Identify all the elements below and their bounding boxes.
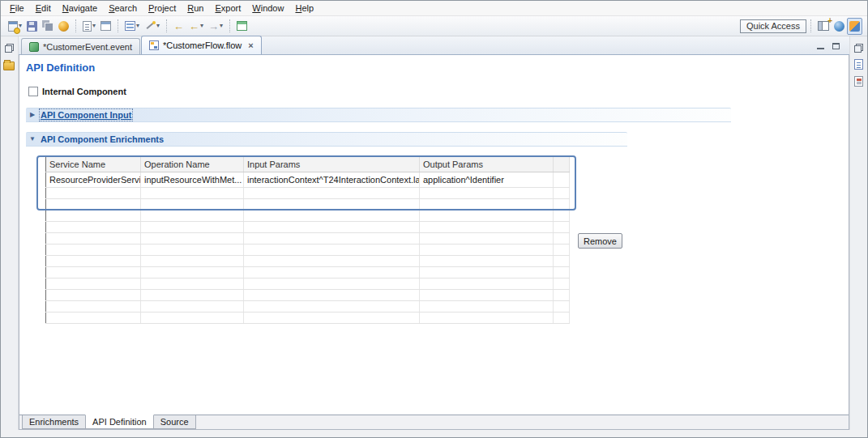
cell-extra: [553, 172, 569, 188]
save-button[interactable]: [24, 18, 40, 35]
tab-customerflow-flow[interactable]: *CustomerFlow.flow ×: [141, 36, 262, 54]
table-view-icon: [125, 21, 135, 31]
dropdown-arrow-icon: ▾: [92, 23, 96, 29]
back-button[interactable]: ← ▾: [186, 18, 206, 35]
table-header-row: Service Name Operation Name Input Params…: [45, 157, 569, 172]
new-menu-button[interactable]: ▾: [80, 18, 98, 35]
open-diagram-button[interactable]: [98, 18, 113, 35]
tab-label: *CustomerEvent.event: [43, 42, 132, 52]
cell-output-params: application^Identifier: [419, 172, 553, 188]
menu-window[interactable]: Window: [246, 2, 289, 14]
column-input-params[interactable]: Input Params: [243, 157, 419, 172]
form-page-tabs: Enrichments API Definition Source: [19, 415, 849, 429]
menu-project[interactable]: Project: [143, 2, 182, 14]
column-extra: [553, 157, 569, 172]
editor-tab-bar: *CustomerEvent.event *CustomerFlow.flow …: [19, 36, 849, 55]
editor-area: *CustomerEvent.event *CustomerFlow.flow …: [19, 36, 849, 430]
open-perspective-icon: [818, 21, 829, 31]
toolbar-separator: [229, 19, 230, 32]
menu-run[interactable]: Run: [182, 2, 209, 14]
new-editor-button[interactable]: [234, 18, 250, 35]
forward-icon: →: [208, 21, 219, 32]
last-edit-location-icon: ←: [173, 21, 184, 32]
cell-operation-name: inputResourceWithMet...: [140, 172, 243, 188]
outline-view-icon[interactable]: [854, 59, 863, 70]
toolbar: ▾ ▾ ▾ ▾ ← ←: [1, 16, 867, 36]
page-title: API Definition: [26, 62, 849, 74]
menu-help[interactable]: Help: [289, 2, 319, 14]
dropdown-arrow-icon: ▾: [200, 23, 203, 29]
quick-access-box[interactable]: Quick Access: [740, 19, 806, 33]
table-row[interactable]: ResourceProviderService inputResourceWit…: [45, 172, 569, 188]
tab-customerevent-event[interactable]: *CustomerEvent.event: [21, 38, 140, 54]
section-label: API Component Input: [41, 110, 131, 120]
back-icon: ←: [189, 21, 199, 32]
menu-edit[interactable]: Edit: [30, 2, 57, 14]
toolbar-separator: [810, 19, 811, 32]
table-empty-row[interactable]: [45, 210, 569, 222]
table-empty-row[interactable]: [45, 233, 569, 245]
web-perspective-icon: [834, 21, 844, 32]
dropdown-arrow-icon: ▾: [156, 23, 160, 29]
last-edit-location-button[interactable]: ←: [171, 18, 186, 35]
collapsed-twisty-icon: ▶: [28, 112, 36, 118]
left-trim-bar: [1, 36, 19, 430]
table-empty-row[interactable]: [45, 245, 569, 256]
table-empty-row[interactable]: [45, 267, 569, 279]
internal-component-label: Internal Component: [42, 87, 126, 96]
enrichments-table: Service Name Operation Name Input Params…: [45, 156, 570, 324]
application-window: File Edit Navigate Search Project Run Ex…: [0, 0, 868, 438]
minimize-icon[interactable]: [817, 43, 824, 49]
menu-search[interactable]: Search: [103, 2, 143, 14]
annotate-button[interactable]: ▾: [142, 18, 162, 35]
close-tab-icon[interactable]: ×: [248, 40, 253, 50]
internal-component-row: Internal Component: [28, 86, 849, 97]
palette-view-icon[interactable]: [3, 62, 15, 70]
tab-source[interactable]: Source: [153, 415, 196, 429]
menu-navigate[interactable]: Navigate: [57, 2, 103, 14]
editor-body: API Definition Internal Component ▶ API …: [19, 55, 849, 430]
expanded-twisty-icon: ▼: [28, 136, 36, 142]
active-perspective-button[interactable]: [847, 18, 862, 35]
column-service-name[interactable]: Service Name: [45, 157, 140, 172]
cell-service-name: ResourceProviderService: [45, 172, 140, 188]
column-output-params[interactable]: Output Params: [419, 157, 553, 172]
table-empty-row[interactable]: [45, 301, 569, 313]
table-empty-row[interactable]: [45, 188, 569, 199]
table-empty-row[interactable]: [45, 222, 569, 233]
open-perspective-button[interactable]: [815, 18, 832, 35]
section-api-component-enrichments[interactable]: ▼ API Component Enrichments: [26, 132, 627, 147]
table-empty-row[interactable]: [45, 313, 569, 324]
column-operation-name[interactable]: Operation Name: [140, 157, 243, 172]
new-wizard-button[interactable]: ▾: [6, 18, 24, 35]
restore-view-icon[interactable]: [5, 44, 14, 53]
documentation-view-icon[interactable]: [854, 76, 863, 87]
restore-view-icon[interactable]: [854, 44, 863, 53]
workbench: *CustomerEvent.event *CustomerFlow.flow …: [1, 36, 867, 430]
diagram-icon: [100, 21, 111, 31]
toolbar-separator: [118, 19, 118, 32]
flow-file-icon: [149, 40, 159, 50]
table-empty-row[interactable]: [45, 256, 569, 267]
web-perspective-button[interactable]: [832, 18, 847, 35]
menu-export[interactable]: Export: [209, 2, 246, 14]
table-empty-row[interactable]: [45, 290, 569, 301]
tab-api-definition[interactable]: API Definition: [85, 415, 154, 429]
table-empty-row[interactable]: [45, 279, 569, 290]
section-api-component-input[interactable]: ▶ API Component Input: [26, 108, 731, 122]
tab-label: *CustomerFlow.flow: [163, 40, 242, 50]
new-editor-icon: [237, 21, 247, 31]
menu-file[interactable]: File: [4, 2, 30, 14]
internal-component-checkbox[interactable]: [28, 87, 38, 96]
table-empty-row[interactable]: [45, 199, 569, 210]
save-all-button[interactable]: [40, 18, 56, 35]
table-view-button[interactable]: ▾: [122, 18, 142, 35]
remove-button[interactable]: Remove: [578, 233, 622, 249]
new-file-icon: [83, 21, 92, 32]
forward-button[interactable]: → ▾: [206, 18, 225, 35]
status-bar: [1, 430, 867, 437]
tab-enrichments[interactable]: Enrichments: [22, 415, 86, 429]
generate-button[interactable]: [56, 18, 71, 35]
maximize-icon[interactable]: [832, 43, 840, 49]
api-definition-form: API Definition Internal Component ▶ API …: [19, 55, 849, 415]
